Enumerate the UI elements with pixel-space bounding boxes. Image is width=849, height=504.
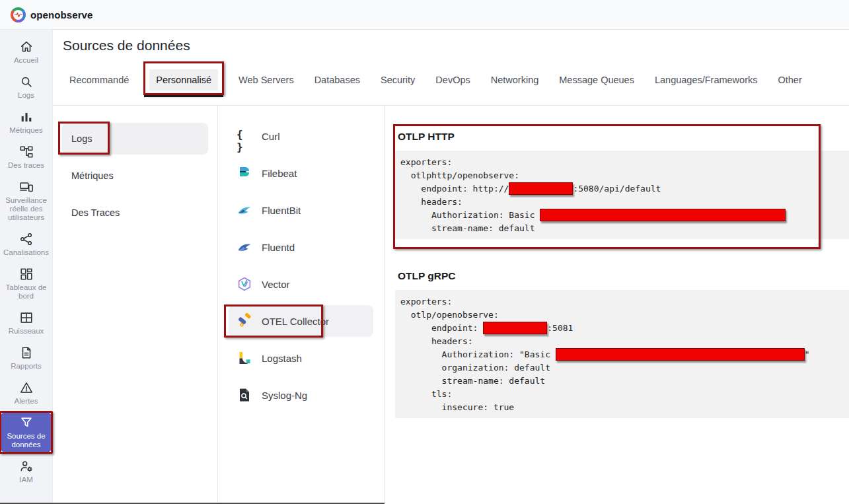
code-text: headers: [400, 336, 473, 346]
curl-icon: { } [237, 128, 252, 144]
code-line: otlp/openobserve: [400, 308, 849, 321]
code-line: exporters: [400, 155, 849, 168]
tab-other[interactable]: Other [778, 73, 802, 87]
code-block: exporters: otlphttp/openobserve: endpoin… [395, 151, 849, 239]
collector-item-logstash[interactable]: Logstash [229, 342, 373, 374]
nav-item-accueil[interactable]: Accueil [1, 36, 52, 68]
nav-item-label: Des traces [8, 161, 44, 170]
logstash-icon [237, 350, 252, 366]
nav-item-iam[interactable]: IAM [1, 456, 52, 487]
page-title: Sources de données [63, 36, 849, 54]
nav-item-label: Surveillance réelle des utilisateurs [2, 196, 50, 222]
tab-devops[interactable]: DevOps [435, 73, 470, 87]
tab-security[interactable]: Security [381, 73, 415, 87]
share-icon [19, 232, 34, 246]
devices-icon [19, 180, 34, 194]
collector-item-filebeat[interactable]: Filebeat [229, 157, 373, 189]
tab-label: DevOps [435, 75, 470, 85]
code-text: exporters: [400, 157, 452, 167]
code-text: tls: [400, 389, 452, 399]
tab-web-servers[interactable]: Web Servers [239, 73, 294, 87]
nav-item-des-traces[interactable]: Des traces [1, 141, 52, 173]
tab-databases[interactable]: Databases [314, 73, 360, 87]
brand-name: openobserve [30, 9, 92, 20]
code-line: endpoint: :5081 [400, 321, 849, 334]
submenu-item-logs[interactable]: Logs [62, 123, 208, 155]
nav-item-label: Canalisations [3, 248, 49, 257]
collector-label: FluentBit [262, 205, 301, 216]
collector-item-fluentbit[interactable]: FluentBit [229, 194, 373, 226]
nav-item-label: Métriques [9, 126, 43, 135]
code-text: otlphttp/openobserve: [400, 170, 519, 180]
code-line: headers: [400, 334, 849, 347]
section-otlp-grpc: OTLP gRPCexporters: otlp/openobserve: en… [395, 269, 849, 418]
collector-label: Fluentd [262, 242, 295, 253]
code-text: endpoint: http:// [400, 184, 509, 194]
code-line: otlphttp/openobserve: [400, 168, 849, 182]
collector-label: Filebeat [262, 168, 297, 179]
nav-item-label: Alertes [15, 397, 38, 406]
tab-recommande[interactable]: Recommandé [69, 73, 129, 87]
code-text: stream-name: default [400, 223, 535, 233]
section-otlp-http: OTLP HTTPexporters: otlphttp/openobserve… [395, 129, 849, 239]
nav-item-tableaux-de-bord[interactable]: Tableaux de bord [1, 264, 52, 304]
submenu-item-des-traces[interactable]: Des Traces [62, 197, 208, 229]
tab-label: Networking [491, 75, 539, 85]
code-line: endpoint: http://:5080/api/default [400, 182, 849, 195]
collector-label: OTEL Collector [262, 316, 329, 327]
nav-item-rapports[interactable]: Rapports [1, 342, 52, 374]
collector-label: Syslog-Ng [262, 390, 307, 401]
collector-item-vector[interactable]: Vector [229, 268, 373, 300]
vector-icon [237, 276, 252, 292]
nav-item-label: Rapports [11, 362, 42, 371]
nav-item-logs[interactable]: Logs [1, 71, 52, 103]
code-text: endpoint: [400, 323, 483, 333]
otel-collector-icon [237, 313, 252, 329]
tab-languages-frameworks[interactable]: Languages/Frameworks [655, 73, 758, 87]
redacted-value [509, 182, 573, 195]
collector-item-syslog-ng[interactable]: Syslog-Ng [229, 379, 373, 411]
nav-item-ruisseaux[interactable]: Ruisseaux [1, 307, 52, 339]
collector-item-otel-collector[interactable]: OTEL Collector [229, 305, 373, 337]
tab-label: Security [381, 75, 415, 85]
nav-item-alertes[interactable]: Alertes [1, 377, 52, 409]
code-line: exporters: [400, 295, 849, 308]
code-text: otlp/openobserve: [400, 310, 499, 320]
tab-personnalise[interactable]: Personnalisé [149, 69, 218, 90]
nav-item-label: Ruisseaux [9, 327, 44, 336]
redacted-value [483, 322, 547, 334]
dashboard-icon [19, 267, 34, 281]
openobserve-logo-icon [11, 7, 26, 22]
filebeat-icon [237, 165, 252, 181]
collector-label: Vector [262, 279, 290, 290]
code-text: organization: default [400, 363, 550, 373]
app-header: openobserve [0, 0, 849, 30]
collector-item-fluentd[interactable]: Fluentd [229, 231, 373, 263]
nav-item-sources-de-donnees[interactable]: Sources de données [1, 412, 52, 452]
nav-item-metriques[interactable]: Métriques [1, 106, 52, 138]
nav-item-label: Accueil [14, 56, 38, 65]
submenu-item-metriques[interactable]: Métriques [62, 160, 208, 192]
code-block: exporters: otlp/openobserve: endpoint: :… [395, 290, 849, 418]
collector-list: { }CurlFilebeatFluentBitFluentdVectorOTE… [218, 106, 385, 504]
code-line: tls: [400, 387, 849, 400]
tab-networking[interactable]: Networking [491, 73, 539, 87]
tab-label: Recommandé [69, 75, 129, 85]
nav-item-surveillance-reelle-des-utilisateurs[interactable]: Surveillance réelle des utilisateurs [1, 176, 52, 225]
nav-item-label: Tableaux de bord [2, 283, 50, 301]
tab-label: Databases [314, 75, 360, 85]
home-icon [19, 40, 34, 54]
redacted-value [540, 209, 786, 221]
funnel-icon [19, 415, 34, 430]
code-line: Authorization: Basic [400, 208, 849, 221]
submenu-item-label: Métriques [71, 170, 114, 181]
warning-icon [19, 380, 34, 395]
redacted-value [556, 348, 805, 361]
tab-message-queues[interactable]: Message Queues [559, 73, 634, 87]
collector-item-curl[interactable]: { }Curl [229, 120, 373, 152]
fluentbit-icon [237, 202, 252, 218]
code-line: Authorization: "Basic " [400, 347, 849, 361]
code-text: Authorization: "Basic [400, 349, 556, 359]
brand[interactable]: openobserve [11, 7, 92, 22]
nav-item-canalisations[interactable]: Canalisations [1, 229, 52, 260]
